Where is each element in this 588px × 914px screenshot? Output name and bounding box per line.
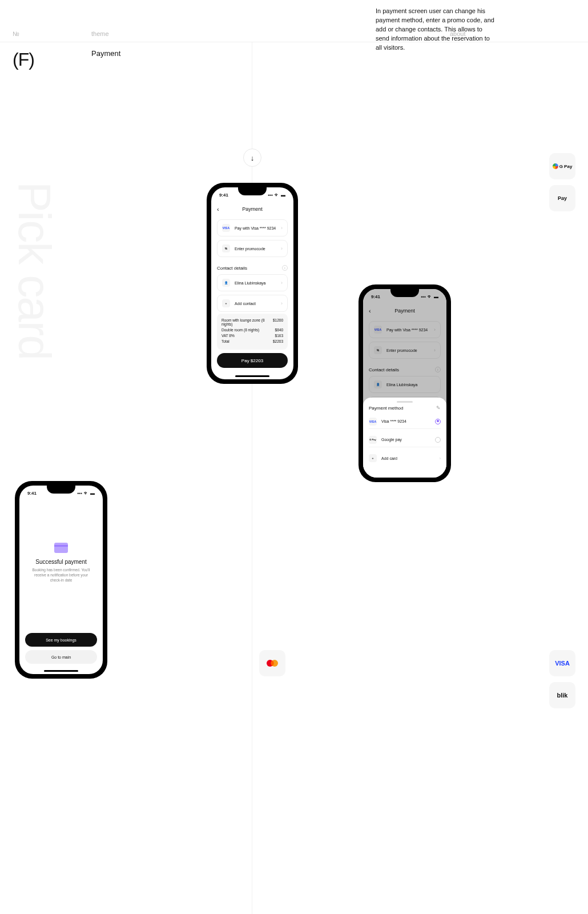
success-title: Successful payment: [30, 559, 92, 565]
home-indicator: [44, 670, 78, 672]
summary-card: Room with lounge zone (8 nights)$1200 Do…: [217, 314, 288, 350]
payment-method-row[interactable]: VISA Pay with Visa **** 9234 ›: [217, 219, 288, 236]
down-arrow-icon: ↓: [243, 149, 261, 167]
wifi-icon: ᯤ: [84, 491, 88, 496]
status-time: 9:41: [219, 193, 228, 198]
plus-icon: +: [369, 454, 377, 462]
notch: [390, 289, 419, 297]
col-num: №: [13, 30, 91, 42]
chevron-right-icon: ›: [281, 280, 283, 286]
gpay-icon: G Pay: [369, 436, 377, 444]
back-button[interactable]: ‹: [217, 206, 219, 213]
notch: [238, 187, 267, 195]
gpay-badge: G Pay: [549, 153, 575, 179]
contact-row: 👤 Elina Liubinskaya: [369, 376, 441, 393]
sheet-grabber[interactable]: [397, 401, 413, 403]
about-text: In payment screen user can change his pa…: [376, 7, 496, 53]
payment-method-sheet-phone: 9:41 ▪▪▪ᯤ▬ ‹ Payment VISA Pay with Visa …: [359, 284, 451, 482]
battery-icon: ▬: [281, 193, 285, 198]
payment-method-sheet: Payment method ✎ VISA Visa **** 9234 G P…: [363, 398, 446, 478]
success-screen-phone: 9:41 ▪▪▪ᯤ▬ Successful payment Booking ha…: [15, 481, 107, 679]
success-subtitle: Booking has been confirmed. You'll recei…: [30, 567, 92, 583]
theme-name: Payment: [91, 49, 250, 70]
go-to-main-button[interactable]: Go to main: [25, 650, 97, 664]
payment-method-row: VISA Pay with Visa **** 9234 ›: [369, 321, 441, 338]
col-theme: theme: [91, 30, 250, 42]
sheet-title: Payment method: [369, 406, 403, 411]
visa-icon: VISA: [369, 418, 377, 426]
signal-icon: ▪▪▪: [268, 193, 273, 198]
promo-label: Enter promocode: [235, 247, 265, 251]
percent-icon: %: [222, 244, 230, 252]
add-contact-label: Add contact: [235, 302, 256, 306]
visa-icon: VISA: [374, 326, 382, 334]
radio-unselected[interactable]: [435, 437, 441, 443]
info-icon: i: [435, 367, 441, 372]
chevron-right-icon: ›: [281, 225, 283, 231]
table-header: № theme about: [0, 0, 588, 42]
percent-icon: %: [374, 346, 382, 354]
battery-icon: ▬: [434, 294, 438, 299]
section-id: (F): [13, 49, 91, 70]
see-bookings-button[interactable]: See my bookings: [25, 633, 97, 647]
signal-icon: ▪▪▪: [421, 294, 426, 299]
pay-button[interactable]: Pay $2203: [217, 353, 288, 368]
person-icon: 👤: [222, 279, 230, 287]
nav-title: Payment: [242, 206, 263, 212]
plus-icon: +: [222, 299, 230, 307]
option-visa[interactable]: VISA Visa **** 9234: [369, 414, 441, 429]
divider-line: [252, 42, 252, 914]
blik-badge: blik: [549, 682, 575, 708]
applepay-badge: Pay: [549, 185, 575, 211]
info-icon[interactable]: i: [282, 265, 288, 271]
chevron-right-icon: ›: [281, 300, 283, 306]
wifi-icon: ᯤ: [428, 294, 432, 299]
contact-heading: Contact details: [217, 266, 247, 271]
person-icon: 👤: [374, 380, 382, 388]
option-add-card[interactable]: + Add card ›: [369, 451, 441, 466]
chevron-right-icon: ›: [281, 246, 283, 251]
notch: [47, 486, 75, 494]
home-indicator: [235, 375, 269, 377]
status-time: 9:41: [27, 491, 37, 496]
back-button[interactable]: ‹: [369, 307, 371, 314]
option-gpay[interactable]: G Pay Google pay: [369, 432, 441, 447]
google-g-icon: [553, 163, 558, 169]
radio-selected[interactable]: [435, 419, 441, 424]
add-contact-row[interactable]: + Add contact ›: [217, 295, 288, 312]
battery-icon: ▬: [90, 491, 95, 496]
visa-badge: VISA: [549, 650, 575, 676]
mastercard-badge: [259, 650, 285, 676]
promocode-row: % Enter promocode ›: [369, 342, 441, 359]
contact-name: Elina Liubinskaya: [235, 281, 265, 285]
payment-screen-phone: 9:41 ▪▪▪ᯤ▬ ‹ Payment VISA Pay with Visa …: [207, 183, 298, 384]
signal-icon: ▪▪▪: [77, 491, 82, 496]
visa-icon: VISA: [222, 224, 230, 232]
chevron-right-icon: ›: [440, 456, 441, 460]
watermark-text: Pick card: [8, 182, 61, 359]
promocode-row[interactable]: % Enter promocode ›: [217, 240, 288, 257]
pay-with-label: Pay with Visa **** 9234: [235, 226, 276, 230]
mastercard-icon: [266, 659, 279, 667]
status-time: 9:41: [371, 294, 380, 299]
edit-icon[interactable]: ✎: [436, 405, 441, 411]
card-success-icon: [54, 543, 68, 553]
wifi-icon: ᯤ: [275, 193, 279, 198]
nav-title: Payment: [394, 308, 415, 314]
contact-row[interactable]: 👤 Elina Liubinskaya ›: [217, 274, 288, 291]
